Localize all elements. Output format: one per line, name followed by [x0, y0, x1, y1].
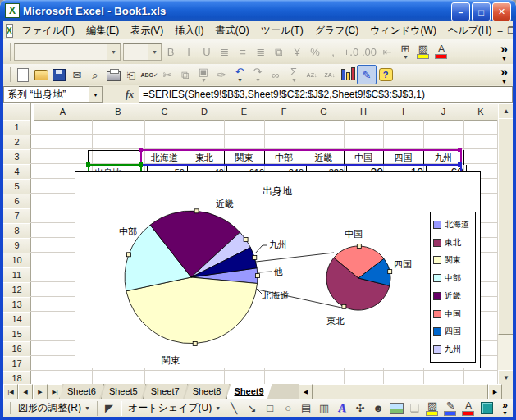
- toolbar-grip[interactable]: [7, 43, 11, 61]
- font-color-button[interactable]: A▼: [432, 43, 450, 61]
- cell-J2[interactable]: 九州: [423, 150, 464, 165]
- decrease-decimal-button[interactable]: .00: [360, 43, 378, 61]
- scroll-left-button[interactable]: ◀: [299, 384, 313, 399]
- copy-button[interactable]: ⧉: [176, 66, 194, 84]
- legend-item-近畿[interactable]: 近畿: [433, 290, 473, 302]
- formula-input[interactable]: =SERIES(Sheet9!$B$3,Sheet9!$C$2:$J$2,She…: [139, 86, 513, 103]
- column-header-B[interactable]: B: [92, 103, 145, 121]
- cell-F2[interactable]: 中部: [264, 150, 304, 165]
- chart-label-他[interactable]: 他: [274, 266, 283, 278]
- column-header-E[interactable]: E: [224, 103, 265, 121]
- select-objects-button[interactable]: ◤: [100, 399, 118, 418]
- save-button[interactable]: [50, 66, 68, 84]
- chart-label-四国[interactable]: 四国: [394, 258, 412, 271]
- row-header-3[interactable]: 3: [3, 149, 31, 165]
- minimize-button[interactable]: –: [451, 2, 470, 21]
- legend-item-北海道[interactable]: 北海道: [433, 219, 473, 231]
- line-color-button[interactable]: ✎▼: [441, 399, 459, 418]
- row-header-17[interactable]: 17: [3, 356, 31, 372]
- point-handle-関東[interactable]: [193, 341, 197, 345]
- column-header-D[interactable]: D: [185, 103, 225, 121]
- draw-adjust-button[interactable]: 図形の調整(R) ▼: [14, 400, 94, 416]
- menu-item-9[interactable]: ヘルプ(H): [442, 22, 498, 39]
- select-all-corner[interactable]: [3, 103, 31, 121]
- row-header-16[interactable]: 16: [3, 341, 31, 357]
- menu-item-5[interactable]: 書式(O): [209, 22, 254, 39]
- legend-item-関東[interactable]: 関東: [433, 254, 473, 266]
- chart-object[interactable]: 出身地北海道関東中部近畿九州他東北中国四国北海道東北関東中部近畿中国四国九州: [75, 171, 481, 368]
- close-button[interactable]: ✕: [492, 2, 511, 21]
- column-header-H[interactable]: H: [344, 103, 384, 121]
- row-header-10[interactable]: 10: [3, 253, 31, 268]
- cell-H2[interactable]: 中国: [344, 150, 384, 165]
- row-header-11[interactable]: 11: [3, 267, 31, 283]
- chart-legend[interactable]: 北海道東北関東中部近畿中国四国九州: [430, 212, 476, 363]
- font-size-combo[interactable]: ▼: [123, 43, 162, 61]
- italic-button[interactable]: I: [180, 43, 198, 61]
- increase-decimal-button[interactable]: +.0: [342, 43, 360, 61]
- cut-button[interactable]: ✂: [158, 66, 176, 84]
- format-painter-button[interactable]: ✑: [212, 66, 231, 84]
- align-left-button[interactable]: ≣: [216, 43, 234, 61]
- drawing-button[interactable]: ✎: [357, 65, 377, 84]
- menu-item-6[interactable]: ツール(T): [255, 22, 309, 39]
- menu-item-1[interactable]: ファイル(F): [16, 22, 80, 39]
- sort-descending-button[interactable]: ZA↓: [321, 66, 339, 84]
- diagram-button[interactable]: ✣: [351, 399, 369, 418]
- legend-item-九州[interactable]: 九州: [433, 344, 473, 355]
- spelling-button[interactable]: ABC✓: [140, 66, 158, 84]
- menu-item-4[interactable]: 挿入(I): [169, 22, 209, 39]
- sheet-tab-Sheet9[interactable]: Sheet9: [226, 384, 272, 399]
- borders-button[interactable]: ⊞▼: [396, 43, 414, 61]
- chart-label-北海道[interactable]: 北海道: [263, 290, 290, 302]
- chevron-down-icon[interactable]: ▼: [107, 44, 120, 60]
- help-button[interactable]: ?: [377, 66, 395, 84]
- legend-item-中国[interactable]: 中国: [433, 308, 473, 320]
- point-handle-中部[interactable]: [126, 253, 130, 257]
- maximize-button[interactable]: □: [472, 2, 491, 21]
- row-header-5[interactable]: 5: [3, 179, 31, 194]
- horizontal-scroll-thumb[interactable]: [313, 384, 488, 399]
- horizontal-scrollbar[interactable]: ◀▶: [299, 384, 513, 399]
- row-header-15[interactable]: 15: [3, 326, 31, 342]
- title-bar[interactable]: X Microsoft Excel - Book1.xls – □ ✕: [0, 0, 516, 21]
- column-header-J[interactable]: J: [423, 103, 464, 121]
- vertical-text-box-button[interactable]: ▥: [315, 399, 333, 418]
- merge-and-center-button[interactable]: ⧉: [270, 43, 288, 61]
- fill-color-button[interactable]: ▨▼: [414, 43, 432, 61]
- insert-picture-button[interactable]: [387, 399, 405, 418]
- cell-E2[interactable]: 関東: [224, 150, 265, 165]
- column-header-K[interactable]: K: [463, 103, 498, 121]
- point-handle-中国[interactable]: [357, 244, 361, 249]
- chevron-down-icon[interactable]: ▼: [148, 44, 161, 60]
- align-center-button[interactable]: ≡: [234, 43, 252, 61]
- paste-button[interactable]: ▣▼: [194, 66, 212, 84]
- font-name-combo[interactable]: ▼: [14, 43, 121, 61]
- chart-label-東北[interactable]: 東北: [326, 315, 345, 327]
- column-header-C[interactable]: C: [144, 103, 185, 121]
- comma-style-button[interactable]: ,: [324, 43, 342, 61]
- cell-C2[interactable]: 北海道: [144, 150, 185, 165]
- row-header-2[interactable]: 2: [3, 135, 31, 150]
- open-button[interactable]: [32, 66, 50, 84]
- row-header-1[interactable]: 1: [3, 120, 31, 135]
- print-preview-button[interactable]: ⎗: [122, 66, 140, 84]
- tab-scroll-first[interactable]: |◀: [3, 384, 18, 399]
- vertical-scrollbar[interactable]: ▲▼: [498, 103, 513, 384]
- line-button[interactable]: ╲: [225, 399, 243, 418]
- point-handle-北海道[interactable]: [256, 274, 260, 278]
- toolbar-grip[interactable]: [7, 67, 11, 82]
- workbook-minimize-button[interactable]: –: [497, 25, 502, 36]
- vertical-scroll-thumb[interactable]: [498, 118, 514, 335]
- row-header-6[interactable]: 6: [3, 194, 31, 209]
- cell-I2[interactable]: 四国: [383, 150, 424, 165]
- print-button[interactable]: [104, 66, 122, 84]
- chart-label-九州[interactable]: 九州: [269, 239, 287, 251]
- insert-hyperlink-button[interactable]: ∞: [267, 66, 285, 84]
- rectangle-button[interactable]: □: [261, 399, 279, 418]
- underline-button[interactable]: U: [198, 43, 216, 61]
- chart-label-近畿[interactable]: 近畿: [216, 198, 234, 210]
- row-header-4[interactable]: 4: [3, 164, 31, 180]
- legend-item-四国[interactable]: 四国: [433, 326, 473, 337]
- menu-item-2[interactable]: 編集(E): [80, 22, 125, 39]
